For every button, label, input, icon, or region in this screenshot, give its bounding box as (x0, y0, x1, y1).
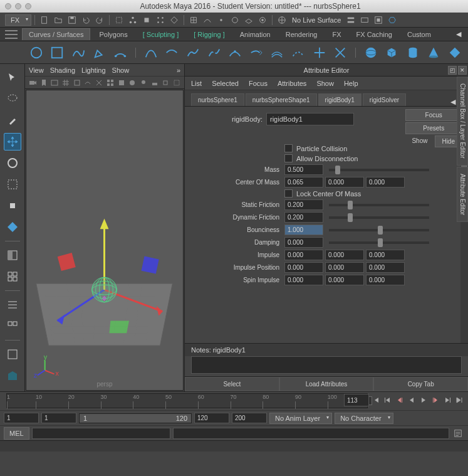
shelf-tab-curves[interactable]: Curves / Surfaces (22, 28, 90, 40)
shelf-tab-rigging[interactable]: Rigging (187, 29, 231, 40)
construction-history-icon[interactable] (345, 14, 357, 26)
allow-disconnection-checkbox[interactable] (284, 154, 293, 162)
redo-icon[interactable] (93, 14, 106, 26)
range-end-outer-field[interactable] (232, 413, 267, 423)
undo-icon[interactable] (80, 14, 92, 26)
rebuild-curve-icon[interactable] (290, 45, 306, 61)
dynamic-friction-field[interactable] (284, 212, 323, 223)
ae-tab-rigidbody1[interactable]: rigidBody1 (318, 93, 361, 106)
ae-presets-button[interactable]: Presets (405, 122, 462, 134)
shelf-tab-sculpting[interactable]: Sculpting (137, 29, 185, 40)
diamond-tool-icon[interactable] (4, 218, 21, 236)
range-slider[interactable]: 1120 (79, 413, 192, 423)
vp-wireframe-icon[interactable] (105, 78, 115, 88)
nurbs-cylinder-icon[interactable] (405, 45, 421, 61)
shelf-tab-polygons[interactable]: Polygons (93, 29, 133, 40)
vp-textured-icon[interactable] (127, 78, 137, 88)
open-scene-icon[interactable] (52, 14, 65, 26)
damping-field[interactable] (284, 237, 323, 248)
select-hierarchy-icon[interactable] (127, 14, 139, 26)
ae-menu-attributes[interactable]: Attributes (278, 80, 306, 87)
center-mass-z-field[interactable] (366, 177, 405, 188)
curve-tool2-icon[interactable] (164, 45, 180, 61)
scale-tool-icon[interactable] (4, 176, 21, 193)
center-mass-y-field[interactable] (325, 177, 364, 188)
render-settings-icon[interactable] (386, 14, 398, 26)
vp-lights-icon[interactable] (138, 78, 148, 88)
bezier-icon[interactable] (143, 45, 159, 61)
dynamic-friction-slider[interactable] (329, 216, 429, 219)
attach-curve-icon[interactable] (185, 45, 201, 61)
add-points-icon[interactable] (311, 45, 328, 61)
lasso-tool-icon[interactable] (4, 90, 21, 108)
select-mask-icon[interactable] (168, 14, 180, 26)
nurbs-cone-icon[interactable] (426, 45, 442, 61)
select-component-icon[interactable] (154, 14, 167, 26)
workspace-dropdown[interactable]: FX (5, 14, 31, 26)
snap-grid-icon[interactable] (187, 14, 200, 26)
vp-camera-icon[interactable] (28, 78, 38, 88)
extend-curve-icon[interactable] (248, 45, 264, 61)
single-pane-icon[interactable] (4, 246, 21, 264)
play-backward-icon[interactable] (407, 394, 417, 406)
vp-film-gate-icon[interactable] (72, 78, 82, 88)
bounciness-slider[interactable] (329, 229, 429, 231)
maya-home-icon[interactable] (4, 367, 21, 384)
shelf-tab-fxcaching[interactable]: FX Caching (350, 29, 398, 40)
spin-impulse-y-field[interactable] (325, 275, 364, 285)
mass-slider[interactable] (329, 169, 429, 171)
static-friction-field[interactable] (284, 199, 323, 210)
shelf-tab-animation[interactable]: Animation (234, 29, 277, 40)
nurbs-sphere-icon[interactable] (363, 45, 379, 61)
lock-center-mass-checkbox[interactable] (284, 189, 293, 198)
undock-icon[interactable]: ◰ (448, 66, 457, 75)
static-friction-slider[interactable] (329, 204, 429, 206)
ae-copy-tab-button[interactable]: Copy Tab (373, 377, 468, 391)
vp-isolate-icon[interactable] (161, 78, 171, 88)
range-end-inner-field[interactable] (194, 413, 229, 423)
ae-focus-button[interactable]: Focus (405, 109, 462, 121)
current-frame-field[interactable] (344, 394, 369, 406)
zoom-window-icon[interactable] (25, 3, 31, 9)
paint-select-icon[interactable] (4, 112, 21, 129)
new-scene-icon[interactable] (38, 14, 51, 26)
ae-menu-help[interactable]: Help (344, 80, 358, 87)
ae-tab-rigidsolver[interactable]: rigidSolver (363, 93, 406, 106)
vp-shaded-icon[interactable] (117, 78, 127, 88)
ae-menu-list[interactable]: List (191, 80, 202, 87)
bounciness-field[interactable] (284, 225, 323, 235)
move-tool-icon[interactable] (4, 133, 21, 151)
command-language-label[interactable]: MEL (4, 427, 29, 440)
viewport-menu-lighting[interactable]: Lighting (81, 66, 106, 74)
viewport-menu-view[interactable]: View (29, 66, 44, 74)
snap-projected-icon[interactable] (229, 14, 241, 26)
shelf-menu-icon[interactable] (5, 30, 18, 39)
nurbs-circle-icon[interactable] (28, 45, 44, 61)
time-slider[interactable]: 1 10 20 30 40 50 60 70 80 90 100 113 (0, 391, 468, 410)
vp-grid-icon[interactable] (61, 78, 71, 88)
step-back-frame-icon[interactable] (395, 394, 405, 406)
particle-collision-checkbox[interactable] (284, 144, 293, 152)
snap-curve-icon[interactable] (201, 14, 214, 26)
center-mass-x-field[interactable] (284, 177, 323, 188)
range-start-inner-field[interactable] (41, 413, 76, 423)
3pt-arc-icon[interactable] (112, 45, 128, 61)
live-surface-toggle-icon[interactable] (276, 14, 288, 26)
pencil-curve-icon[interactable] (91, 45, 108, 61)
ae-menu-show[interactable]: Show (316, 80, 334, 87)
render-icon[interactable] (358, 14, 371, 26)
ipr-render-icon[interactable] (372, 14, 385, 26)
go-to-start-icon[interactable] (371, 394, 381, 406)
nurbs-plane-icon[interactable] (447, 45, 463, 61)
vp-xray-icon[interactable] (172, 78, 182, 88)
ae-load-attributes-button[interactable]: Load Attributes (279, 377, 374, 391)
shelf-tab-custom[interactable]: Custom (401, 29, 437, 40)
close-panel-icon[interactable]: ✕ (458, 66, 467, 75)
snap-live-icon[interactable] (256, 14, 269, 26)
impulse-x-field[interactable] (284, 250, 323, 260)
hypershade-icon[interactable] (4, 346, 21, 363)
vp-resolution-icon[interactable] (83, 78, 93, 88)
notes-textarea[interactable] (191, 356, 462, 374)
node-name-field[interactable] (266, 113, 354, 125)
snap-point-icon[interactable] (215, 14, 227, 26)
